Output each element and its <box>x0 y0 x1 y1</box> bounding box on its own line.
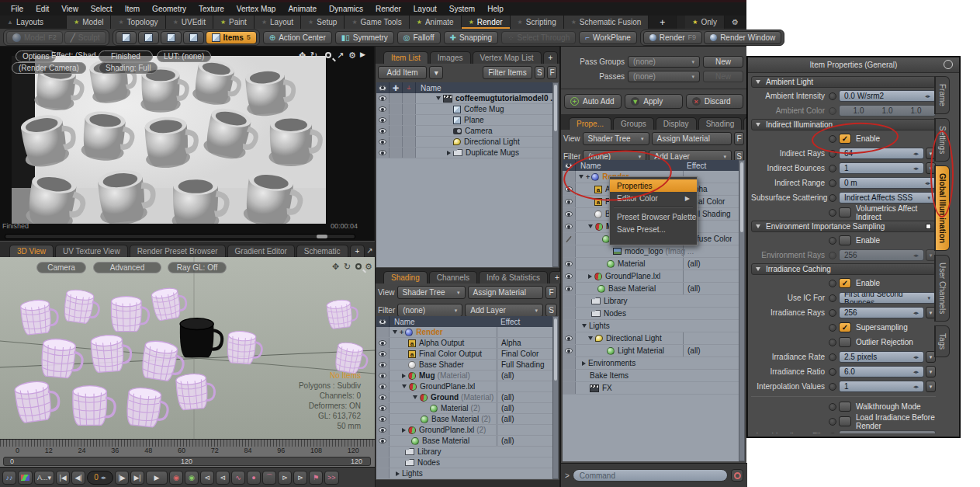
channel-dot[interactable] <box>829 383 836 391</box>
menu-select[interactable]: Select <box>85 5 119 13</box>
item-row-coffee-mug[interactable]: Coffee Mug <box>376 104 559 115</box>
timeline[interactable]: 01224364860728496108120 0 120 120 <box>0 439 375 467</box>
jump-end-button[interactable]: ⊳ <box>293 471 307 485</box>
viewport-3d[interactable]: Camera Advanced Ray GL: Off ✥ ↻ ⚙ No Ite… <box>0 257 375 439</box>
add-tab-button[interactable]: + <box>543 51 559 64</box>
side-tab-user-channels[interactable]: User Channels <box>934 255 950 322</box>
menu-animate[interactable]: Animate <box>282 5 323 13</box>
preview-progress-bar[interactable] <box>5 234 355 239</box>
shader-row[interactable]: Environments <box>563 357 739 370</box>
tab-3d-view[interactable]: 3D View <box>9 245 54 257</box>
tab-item-list[interactable]: Item List <box>383 51 428 64</box>
item-row-plane[interactable]: Plane <box>376 115 559 126</box>
menu-system[interactable]: System <box>443 5 481 13</box>
channel-dot[interactable] <box>829 403 836 411</box>
shader-row[interactable]: Material(2)(all) <box>376 403 559 414</box>
side-tab-tags[interactable]: Tags <box>934 325 950 357</box>
tab-vertex-map-list[interactable]: Vertex Map List <box>473 51 542 64</box>
tab-render-preset-browser[interactable]: Render Preset Browser <box>130 245 226 257</box>
key-out-dial-button[interactable]: ◉ <box>169 471 183 485</box>
collapsed-triangle[interactable] <box>447 151 451 155</box>
viewport-advanced-dropdown[interactable]: Advanced <box>93 262 161 273</box>
shader-row[interactable]: Mug(Material)(all) <box>376 370 559 381</box>
visibility-eye-icon[interactable] <box>565 286 573 291</box>
channel-dot[interactable] <box>829 209 836 217</box>
menu-dynamics[interactable]: Dynamics <box>323 5 369 13</box>
gradient-button[interactable] <box>18 471 33 485</box>
side-tab-global-illumination[interactable]: Global Illumination <box>934 165 950 251</box>
preview-lut-dropdown[interactable]: LUT: (none) <box>157 50 211 62</box>
indirect-rays-field[interactable]: 64◂▸ <box>839 148 924 159</box>
gi-enable-checkbox[interactable]: ✓ <box>839 134 851 144</box>
shader-row[interactable]: Nodes <box>563 308 739 320</box>
layout-tab-paint[interactable]: ★Paint <box>213 16 255 29</box>
magnify-icon[interactable] <box>355 263 362 270</box>
sss-dropdown[interactable]: Indirect Affects SSS▾ <box>839 192 936 203</box>
shader-row[interactable]: Directional Light <box>563 332 739 345</box>
prev-keyframe-button[interactable]: ⊲ <box>200 471 214 485</box>
indirect-range-field[interactable]: 0 m◂▸ <box>839 177 936 189</box>
viewport-raygl-dropdown[interactable]: Ray GL: Off <box>168 262 227 273</box>
channel-dot[interactable] <box>829 433 836 434</box>
layout-tab-setup[interactable]: ★Setup <box>301 16 345 29</box>
items-mode-button[interactable]: Items5 <box>206 31 257 44</box>
shader-row[interactable]: Ground(Material)(all) <box>376 392 559 403</box>
preview-finished-dropdown[interactable]: Finished <box>99 50 153 62</box>
channel-dot[interactable] <box>829 280 836 287</box>
visibility-eye-icon[interactable] <box>379 128 386 134</box>
pan-icon[interactable]: ✥ <box>332 262 339 272</box>
visibility-eye-icon[interactable] <box>565 224 573 229</box>
auto-key-dropdown[interactable]: A... ▾ <box>34 471 54 485</box>
shader-tree-scrollbar[interactable] <box>552 316 559 479</box>
env-enable-checkbox[interactable] <box>839 235 851 245</box>
tab-gradient-editor[interactable]: Gradient Editor <box>227 245 295 257</box>
visibility-eye-icon[interactable] <box>379 427 386 433</box>
add-item-dropdown[interactable]: ▾ <box>429 66 443 79</box>
visibility-eye-icon[interactable] <box>565 348 573 353</box>
channel-dot[interactable] <box>829 418 836 426</box>
use-ic-dropdown[interactable]: First and Second Bounces▾ <box>839 292 936 304</box>
progress-thumb[interactable] <box>317 235 327 238</box>
channel-dot[interactable] <box>829 107 836 115</box>
visibility-eye-icon[interactable] <box>379 96 386 101</box>
channel-dot[interactable] <box>829 353 836 361</box>
channel-dot[interactable] <box>829 237 836 245</box>
layout-tab-uvedit[interactable]: ★UVEdit <box>166 16 213 29</box>
menu-vertex-map[interactable]: Vertex Map <box>230 5 282 13</box>
shader-row[interactable]: +Render <box>376 327 559 338</box>
falloff-button[interactable]: ◎Falloff <box>397 31 441 44</box>
visibility-eye-icon[interactable] <box>565 336 573 341</box>
item-row-camera[interactable]: Camera <box>376 126 559 137</box>
tab-groups[interactable]: Groups <box>613 117 654 130</box>
symmetry-button[interactable]: ▮▯Symmetry <box>335 31 394 44</box>
channel-dot[interactable] <box>829 294 836 302</box>
visibility-eye-icon[interactable] <box>565 273 573 279</box>
context-menu-preset-browser-palette[interactable]: Preset Browser Palette <box>610 210 697 223</box>
window-menu-icon[interactable] <box>944 60 953 69</box>
irradiance-ratio-field[interactable]: 6.0◂▸ <box>839 366 924 377</box>
ic-enable-checkbox[interactable]: ✓ <box>839 278 851 288</box>
walkthrough-checkbox[interactable] <box>839 402 851 412</box>
channel-dot[interactable] <box>829 252 836 259</box>
shader-row[interactable]: Library <box>376 447 559 457</box>
filter-items-button[interactable]: Filter Items <box>483 66 532 79</box>
shader-row[interactable]: Light Material(all) <box>563 345 739 357</box>
animation-curve-button[interactable]: ∿ <box>231 471 245 485</box>
shader-row[interactable]: FX <box>563 382 739 395</box>
tab-properties[interactable]: Prope... <box>569 117 611 130</box>
model-mode-button[interactable]: ModelF2 <box>6 31 63 44</box>
environment-rays-field[interactable]: 256◂▸ <box>839 249 924 261</box>
workplane-button[interactable]: ⌐WorkPlane <box>579 31 637 44</box>
item-properties-title-bar[interactable]: Item Properties (General) <box>748 57 959 73</box>
gear-icon[interactable]: ⚙ <box>365 262 372 272</box>
shader-row[interactable]: Alpha OutputAlpha <box>376 338 559 349</box>
visibility-eye-icon[interactable] <box>565 261 573 266</box>
layout-tab-animate[interactable]: ★Animate <box>410 16 462 29</box>
play-button[interactable]: ▶ <box>146 471 168 485</box>
section-irradiance-caching[interactable]: Irradiance Caching <box>751 263 936 275</box>
visibility-eye-icon[interactable] <box>379 362 386 367</box>
shader-row[interactable]: Base Material(all) <box>376 436 559 447</box>
tab-images[interactable]: Images <box>430 51 471 64</box>
menu-texture[interactable]: Texture <box>192 5 230 13</box>
layout-tab-schematic-fusion[interactable]: ★Schematic Fusion <box>564 16 649 29</box>
